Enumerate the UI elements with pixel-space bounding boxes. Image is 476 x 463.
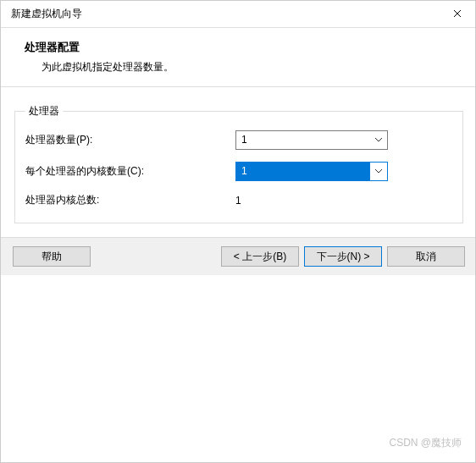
watermark: CSDN @魔技师 — [389, 436, 462, 450]
wizard-header: 处理器配置 为此虚拟机指定处理器数量。 — [1, 28, 476, 87]
cores-row: 每个处理器的内核数量(C): 1 — [25, 162, 452, 181]
processors-group: 处理器 处理器数量(P): 1 每个处理器的内核数量(C): 1 处理器内核总数… — [14, 104, 463, 223]
processors-label: 处理器数量(P): — [25, 133, 235, 147]
total-label: 处理器内核总数: — [25, 193, 235, 207]
processors-combobox[interactable]: 1 — [235, 130, 388, 150]
back-button[interactable]: < 上一步(B) — [221, 246, 299, 267]
titlebar: 新建虚拟机向导 — [1, 1, 476, 28]
total-value: 1 — [235, 195, 388, 207]
cancel-button[interactable]: 取消 — [387, 246, 465, 267]
total-row: 处理器内核总数: 1 — [25, 193, 452, 207]
cores-label: 每个处理器的内核数量(C): — [25, 164, 235, 179]
page-description: 为此虚拟机指定处理器数量。 — [25, 60, 460, 74]
wizard-footer: 帮助 < 上一步(B) 下一步(N) > 取消 — [1, 237, 476, 275]
help-button[interactable]: 帮助 — [13, 246, 91, 267]
chevron-down-icon — [370, 163, 387, 180]
close-icon — [453, 8, 462, 20]
next-button[interactable]: 下一步(N) > — [304, 246, 382, 267]
processors-row: 处理器数量(P): 1 — [25, 130, 452, 150]
chevron-down-icon — [370, 131, 387, 149]
processors-value: 1 — [236, 131, 370, 149]
cores-combobox[interactable]: 1 — [235, 162, 388, 181]
window-title: 新建虚拟机向导 — [11, 7, 82, 21]
close-button[interactable] — [438, 1, 476, 27]
page-title: 处理器配置 — [25, 40, 460, 55]
cores-value: 1 — [236, 163, 370, 180]
content-area: 处理器 处理器数量(P): 1 每个处理器的内核数量(C): 1 处理器内核总数… — [1, 87, 476, 237]
group-legend: 处理器 — [25, 104, 63, 119]
